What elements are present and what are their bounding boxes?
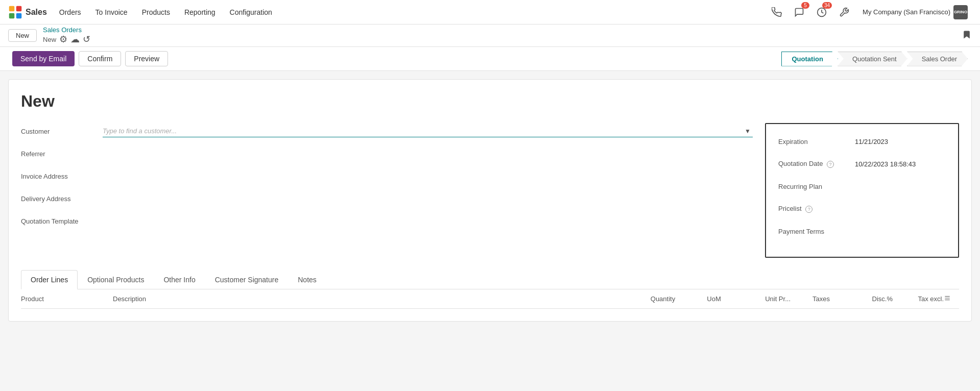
form-body: Customer ▼ Referrer Invoice Address Deli… [21, 123, 959, 258]
tab-order-lines[interactable]: Order Lines [21, 270, 78, 289]
settings-icon[interactable]: ⚙ [59, 34, 67, 45]
tabs: Order Lines Optional Products Other Info… [21, 270, 959, 289]
col-header-unit-price: Unit Pr... [739, 295, 791, 303]
company-avatar: GRINO [953, 5, 968, 19]
col-header-description: Description [113, 295, 637, 303]
col-header-tax-excl: Tax excl. [893, 295, 944, 303]
quotation-template-label: Quotation Template [21, 217, 103, 225]
delivery-address-label: Delivery Address [21, 195, 103, 203]
quotation-date-value[interactable]: 10/22/2023 18:58:43 [855, 160, 916, 168]
table-settings-icon[interactable] [944, 295, 951, 302]
invoice-address-label: Invoice Address [21, 173, 103, 180]
nav-products[interactable]: Products [136, 5, 176, 19]
tab-notes[interactable]: Notes [288, 270, 326, 289]
settings-nav-btn[interactable] [836, 4, 852, 20]
phone-icon-btn[interactable] [769, 4, 785, 20]
upload-icon[interactable]: ☁ [70, 34, 80, 45]
tab-customer-signature[interactable]: Customer Signature [205, 270, 289, 289]
messages-btn[interactable]: 5 [791, 4, 807, 20]
form-left: Customer ▼ Referrer Invoice Address Deli… [21, 123, 753, 258]
company-selector[interactable]: My Company (San Francisco) GRINO [858, 3, 972, 21]
col-header-taxes: Taxes [791, 295, 852, 303]
undo-icon[interactable]: ↺ [83, 34, 90, 45]
activity-badge: 34 [822, 2, 832, 9]
nav-orders[interactable]: Orders [53, 5, 87, 19]
expiration-row: Expiration 11/21/2023 [778, 134, 946, 149]
pricelist-label: Pricelist ? [778, 205, 855, 213]
breadcrumb-parent[interactable]: Sales Orders [43, 26, 90, 34]
customer-row: Customer ▼ [21, 123, 753, 139]
quotation-date-help[interactable]: ? [827, 161, 834, 168]
table-header: Product Description Quantity UoM Unit Pr… [21, 289, 959, 309]
form-title: New [21, 92, 959, 111]
col-header-disc: Disc.% [852, 295, 893, 303]
col-header-product: Product [21, 295, 113, 303]
payment-terms-label: Payment Terms [778, 228, 855, 235]
preview-button[interactable]: Preview [125, 51, 168, 66]
status-sales-order[interactable]: Sales Order [907, 52, 968, 66]
svg-rect-3 [16, 13, 22, 18]
col-header-uom: UoM [688, 295, 739, 303]
quotation-date-label: Quotation Date ? [778, 160, 855, 168]
confirm-button[interactable]: Confirm [79, 51, 121, 66]
quotation-template-row: Quotation Template [21, 213, 753, 229]
new-button[interactable]: New [8, 29, 37, 42]
breadcrumb: Sales Orders New ⚙ ☁ ↺ [43, 26, 90, 45]
delivery-address-row: Delivery Address [21, 190, 753, 207]
pricelist-row: Pricelist ? [778, 202, 946, 216]
bookmark-icon[interactable] [962, 30, 972, 40]
customer-input[interactable] [103, 125, 753, 137]
referrer-row: Referrer [21, 145, 753, 162]
breadcrumb-current: New [43, 36, 56, 43]
tab-optional-products[interactable]: Optional Products [78, 270, 154, 289]
activity-btn[interactable]: 34 [814, 4, 830, 20]
svg-rect-1 [16, 6, 22, 11]
phone-icon [772, 7, 782, 17]
clock-icon [817, 7, 827, 17]
svg-rect-2 [9, 13, 15, 18]
customer-label: Customer [21, 128, 103, 135]
nav-configuration[interactable]: Configuration [224, 5, 278, 19]
customer-input-wrapper: ▼ [103, 125, 753, 137]
payment-terms-row: Payment Terms [778, 224, 946, 238]
top-nav: Sales Orders To Invoice Products Reporti… [0, 0, 980, 25]
referrer-label: Referrer [21, 150, 103, 158]
wrench-icon [839, 7, 849, 17]
pricelist-help[interactable]: ? [805, 206, 812, 213]
action-bar: Send by Email Confirm Preview Quotation … [0, 47, 980, 71]
app-logo[interactable]: Sales [8, 5, 47, 19]
expiration-value[interactable]: 11/21/2023 [855, 138, 888, 145]
send-email-button[interactable]: Send by Email [12, 51, 75, 66]
app-name: Sales [26, 8, 47, 17]
customer-dropdown-arrow: ▼ [745, 128, 751, 135]
chat-icon [794, 7, 804, 17]
col-header-quantity: Quantity [637, 295, 688, 303]
main-form: New Customer ▼ Referrer Invoice Address … [8, 79, 972, 322]
logo-icon [8, 5, 22, 19]
messages-badge: 5 [801, 2, 809, 9]
tab-other-info[interactable]: Other Info [154, 270, 205, 289]
svg-rect-0 [9, 6, 15, 11]
breadcrumb-toolbar: New Sales Orders New ⚙ ☁ ↺ [0, 25, 980, 47]
expiration-label: Expiration [778, 138, 855, 145]
invoice-address-row: Invoice Address [21, 168, 753, 184]
status-steps: Quotation Quotation Sent Sales Order [782, 52, 968, 66]
nav-reporting[interactable]: Reporting [178, 5, 222, 19]
company-name: My Company (San Francisco) [863, 8, 950, 16]
recurring-plan-label: Recurring Plan [778, 183, 855, 190]
nav-to-invoice[interactable]: To Invoice [89, 5, 134, 19]
nav-icons: 5 34 My Company (San Francisco) GRINO [769, 3, 972, 21]
col-header-settings [944, 295, 959, 303]
status-quotation-sent[interactable]: Quotation Sent [838, 52, 907, 66]
status-quotation[interactable]: Quotation [781, 52, 838, 66]
form-right-panel: Expiration 11/21/2023 Quotation Date ? 1… [765, 123, 959, 258]
recurring-plan-row: Recurring Plan [778, 179, 946, 193]
quotation-date-row: Quotation Date ? 10/22/2023 18:58:43 [778, 157, 946, 171]
status-bar: Quotation Quotation Sent Sales Order [782, 52, 968, 66]
